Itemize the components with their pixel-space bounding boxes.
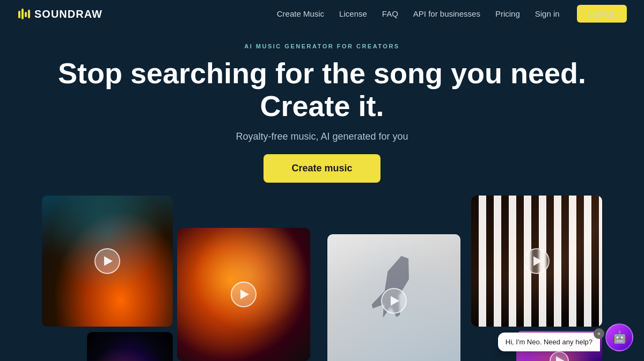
hero-title-line2: Create it.	[260, 90, 384, 122]
logo[interactable]: SOUNDRAW	[17, 6, 103, 21]
nav-signin[interactable]: Sign in	[535, 9, 562, 19]
play-button-tropical[interactable]	[550, 351, 569, 361]
nav-item-api[interactable]: API for businesses	[413, 9, 480, 19]
navbar: SOUNDRAW Create Music License FAQ API fo…	[0, 0, 644, 28]
neo-widget: Hi, I'm Neo. Need any help? × 🤖	[498, 323, 633, 351]
svg-rect-0	[18, 11, 20, 18]
hero-title: Stop searching for the song you need. Cr…	[11, 57, 633, 122]
hero-subtitle: Royalty-free music, AI generated for you	[11, 131, 633, 142]
svg-rect-3	[28, 10, 30, 18]
neo-message-bubble: Hi, I'm Neo. Need any help?	[498, 333, 600, 351]
media-card-piano[interactable]	[471, 196, 602, 327]
svg-rect-1	[21, 9, 24, 19]
neo-bubble-container: Hi, I'm Neo. Need any help? ×	[498, 333, 600, 351]
nav-item-license[interactable]: License	[339, 9, 367, 19]
media-card-concert[interactable]	[42, 196, 173, 327]
neo-avatar-icon: 🤖	[612, 330, 627, 344]
nav-signup[interactable]: Sign Up	[577, 9, 627, 19]
play-button-piano[interactable]	[524, 248, 550, 274]
play-button-concert[interactable]	[94, 248, 120, 274]
play-button-dancer[interactable]	[381, 288, 407, 314]
media-card-dancer[interactable]	[327, 234, 460, 361]
nav-item-pricing[interactable]: Pricing	[495, 9, 520, 19]
play-button-disco[interactable]	[231, 281, 257, 307]
neo-avatar[interactable]: 🤖	[605, 323, 633, 351]
nav-item-faq[interactable]: FAQ	[382, 9, 398, 19]
create-music-button[interactable]: Create music	[264, 154, 380, 183]
hero-badge: AI MUSIC GENERATOR FOR CREATORS	[11, 43, 633, 49]
media-card-disco[interactable]	[177, 228, 310, 361]
nav-item-create-music[interactable]: Create Music	[277, 9, 324, 19]
hero-section: AI MUSIC GENERATOR FOR CREATORS Stop sea…	[0, 28, 644, 188]
logo-text: SOUNDRAW	[34, 8, 103, 20]
media-card-city[interactable]	[87, 332, 173, 361]
logo-icon	[17, 6, 32, 21]
svg-rect-2	[25, 12, 27, 17]
nav-links: Create Music License FAQ API for busines…	[277, 9, 627, 19]
neo-close-button[interactable]: ×	[594, 328, 604, 339]
hero-title-line1: Stop searching for the song you need.	[58, 57, 586, 89]
